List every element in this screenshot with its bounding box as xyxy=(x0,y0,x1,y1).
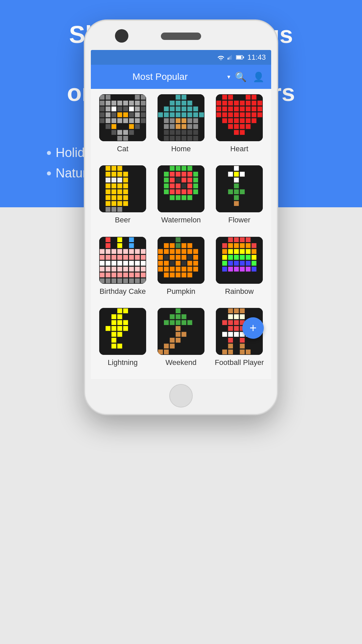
status-bar: 11:43 xyxy=(91,50,271,65)
sticker-lightning[interactable]: Lightning xyxy=(96,308,149,374)
status-time: 11:43 xyxy=(247,53,266,62)
svg-rect-3 xyxy=(231,55,232,60)
sticker-label-weekend: Weekend xyxy=(166,358,197,367)
bottom-section xyxy=(0,399,362,644)
app-bar[interactable]: Most Popular ▾ 🔍 👤 xyxy=(91,65,271,89)
dropdown-arrow-icon[interactable]: ▾ xyxy=(227,73,230,80)
search-icon[interactable]: 🔍 xyxy=(235,71,247,83)
svg-rect-1 xyxy=(229,57,230,60)
sticker-label-flower: Flower xyxy=(228,216,250,224)
sticker-home[interactable]: Home xyxy=(155,94,207,160)
sticker-label-watermelon: Watermelon xyxy=(161,216,201,224)
svg-rect-0 xyxy=(228,58,229,60)
sticker-label-lightning: Lightning xyxy=(108,358,137,367)
signal-icon xyxy=(227,55,233,60)
sticker-heart[interactable]: Heart xyxy=(213,94,266,160)
phone-home-button[interactable] xyxy=(169,384,193,408)
phone-camera xyxy=(115,29,128,43)
top-section: Share your feelingswith emotionalor them… xyxy=(0,0,362,207)
sticker-flower[interactable]: Flower xyxy=(213,165,266,231)
phone-speaker xyxy=(161,33,201,40)
app-bar-title: Most Popular xyxy=(98,71,223,82)
battery-icon xyxy=(236,55,244,60)
sticker-label-heart: Heart xyxy=(230,145,248,153)
sticker-watermelon[interactable]: Watermelon xyxy=(155,165,207,231)
sticker-label-birthday-cake: Birthday Cake xyxy=(100,287,146,296)
sticker-pumpkin[interactable]: Pumpkin xyxy=(155,237,207,303)
account-icon[interactable]: 👤 xyxy=(253,71,264,83)
sticker-grid: Cat Home Heart xyxy=(91,89,271,379)
sticker-label-cat: Cat xyxy=(117,145,128,153)
sticker-label-beer: Beer xyxy=(115,216,130,224)
sticker-label-rainbow: Rainbow xyxy=(225,287,254,296)
svg-rect-2 xyxy=(230,56,231,60)
sticker-rainbow[interactable]: Rainbow xyxy=(213,237,266,303)
svg-rect-5 xyxy=(243,56,244,58)
sticker-cat[interactable]: Cat xyxy=(96,94,149,160)
sticker-label-home: Home xyxy=(171,145,191,153)
sticker-label-football-player: Football Player xyxy=(215,358,264,367)
sticker-beer[interactable]: Beer xyxy=(96,165,149,231)
phone-mockup: 11:43 Most Popular ▾ 🔍 👤 xyxy=(84,19,278,415)
sticker-label-pumpkin: Pumpkin xyxy=(167,287,195,296)
phone-screen: 11:43 Most Popular ▾ 🔍 👤 xyxy=(91,50,271,379)
sticker-weekend[interactable]: Weekend xyxy=(155,308,207,374)
fab-button[interactable]: + xyxy=(242,317,264,339)
svg-rect-6 xyxy=(236,56,241,59)
sticker-birthday-cake[interactable]: Birthday Cake xyxy=(96,237,149,303)
wifi-icon xyxy=(217,55,225,60)
sticker-football-player[interactable]: Football Player xyxy=(213,308,266,374)
